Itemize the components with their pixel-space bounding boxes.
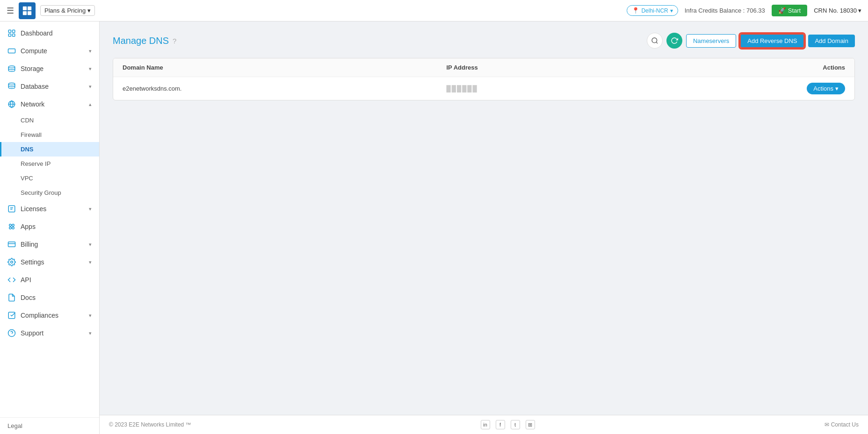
database-arrow: ▾ <box>89 84 92 90</box>
start-label: Start <box>788 7 801 14</box>
sidebar-subitem-dns[interactable]: DNS <box>0 142 99 157</box>
actions-arrow: ▾ <box>835 85 839 92</box>
plans-pricing-arrow: ▾ <box>87 7 91 14</box>
sidebar-footer-legal[interactable]: Legal <box>0 417 99 434</box>
network-arrow: ▴ <box>89 101 92 107</box>
svg-rect-22 <box>8 242 15 247</box>
crn-label: CRN No. 18030 <box>814 7 857 14</box>
sidebar-item-database-label: Database <box>21 83 49 90</box>
sidebar-item-compliances[interactable]: Compliances ▾ <box>0 306 99 324</box>
topbar-right: 📍 Delhi-NCR ▾ Infra Credits Balance : 70… <box>627 5 861 16</box>
topbar: ☰ Plans & Pricing ▾ 📍 Delhi-NCR ▾ Infra … <box>0 0 868 21</box>
main-layout: Dashboard Compute ▾ Storage ▾ Database ▾ <box>0 21 868 434</box>
sidebar-subitem-security-group[interactable]: Security Group <box>0 185 99 200</box>
svg-rect-4 <box>8 30 11 32</box>
search-button[interactable] <box>647 33 663 49</box>
sidebar-item-apps-label: Apps <box>21 223 36 230</box>
compute-arrow: ▾ <box>89 48 92 54</box>
infra-credits: Infra Credits Balance : 706.33 <box>685 7 765 14</box>
nameservers-button[interactable]: Nameservers <box>686 34 736 48</box>
sidebar-item-billing[interactable]: Billing ▾ <box>0 235 99 253</box>
row-ip: ██████ <box>447 85 771 92</box>
footer-social: in f t ⊞ <box>481 420 535 429</box>
sidebar-item-settings-label: Settings <box>21 258 44 266</box>
page-title-text: Manage DNS <box>113 36 169 46</box>
sidebar-item-docs[interactable]: Docs <box>0 289 99 306</box>
header-actions: Nameservers Add Reverse DNS Add Domain <box>647 33 855 49</box>
region-arrow: ▾ <box>670 7 673 14</box>
svg-rect-2 <box>23 11 27 14</box>
support-arrow: ▾ <box>89 330 92 336</box>
svg-point-28 <box>652 38 657 43</box>
sidebar-item-docs-label: Docs <box>21 294 36 301</box>
sidebar-item-apps[interactable]: Apps <box>0 218 99 235</box>
billing-arrow: ▾ <box>89 242 92 248</box>
sidebar-subitem-cdn[interactable]: CDN <box>0 113 99 128</box>
compliances-arrow: ▾ <box>89 313 92 319</box>
svg-rect-5 <box>13 30 15 32</box>
sidebar-item-storage-label: Storage <box>21 65 43 72</box>
refresh-button[interactable] <box>666 33 682 49</box>
region-dropdown[interactable]: 📍 Delhi-NCR ▾ <box>627 5 678 16</box>
sidebar-nav: Dashboard Compute ▾ Storage ▾ Database ▾ <box>0 21 99 417</box>
svg-point-21 <box>12 227 14 229</box>
location-icon: 📍 <box>632 7 639 14</box>
svg-point-12 <box>8 66 15 68</box>
region-label: Delhi-NCR <box>641 7 668 14</box>
sidebar-item-storage[interactable]: Storage ▾ <box>0 60 99 78</box>
content-inner: Manage DNS ? Nameservers Add Reverse DNS… <box>100 21 868 415</box>
col-domain-header: Domain Name <box>123 64 447 71</box>
svg-rect-7 <box>13 34 15 36</box>
topbar-left: ☰ Plans & Pricing ▾ <box>7 2 95 19</box>
sidebar-item-settings[interactable]: Settings ▾ <box>0 253 99 271</box>
sidebar-item-dashboard[interactable]: Dashboard <box>0 24 99 42</box>
actions-dropdown-button[interactable]: Actions ▾ <box>807 83 845 94</box>
hamburger-icon[interactable]: ☰ <box>7 6 14 16</box>
plans-pricing-dropdown[interactable]: Plans & Pricing ▾ <box>40 5 95 16</box>
logo <box>19 2 36 19</box>
svg-rect-1 <box>28 6 31 10</box>
add-reverse-dns-button[interactable]: Add Reverse DNS <box>740 34 804 48</box>
footer-contact[interactable]: ✉ Contact Us <box>825 421 859 428</box>
sidebar-item-network-label: Network <box>21 100 44 108</box>
contact-icon: ✉ <box>825 421 829 428</box>
settings-arrow: ▾ <box>89 259 92 265</box>
sidebar-item-billing-label: Billing <box>21 241 38 248</box>
sidebar-item-dashboard-label: Dashboard <box>21 29 53 37</box>
linkedin-icon[interactable]: in <box>481 420 490 429</box>
licenses-arrow: ▾ <box>89 206 92 212</box>
svg-point-13 <box>8 83 15 85</box>
infra-label: Infra Credits Balance : <box>685 7 745 14</box>
infra-value: 706.33 <box>746 7 765 14</box>
content-area: Manage DNS ? Nameservers Add Reverse DNS… <box>100 21 868 434</box>
rss-icon[interactable]: ⊞ <box>526 420 535 429</box>
svg-rect-8 <box>8 49 15 53</box>
sidebar-item-api[interactable]: API <box>0 271 99 289</box>
svg-rect-0 <box>23 6 27 10</box>
sidebar-item-support[interactable]: Support ▾ <box>0 324 99 342</box>
twitter-icon[interactable]: t <box>511 420 520 429</box>
sidebar-item-network[interactable]: Network ▴ <box>0 95 99 113</box>
row-actions-cell: Actions ▾ <box>770 83 845 94</box>
svg-line-29 <box>656 42 658 43</box>
start-button[interactable]: 🚀 Start <box>772 5 807 16</box>
add-domain-button[interactable]: Add Domain <box>808 35 855 47</box>
sidebar-subitem-firewall[interactable]: Firewall <box>0 128 99 142</box>
crn-arrow: ▾ <box>858 7 861 14</box>
sidebar-item-support-label: Support <box>21 329 43 337</box>
sidebar-item-licenses[interactable]: Licenses ▾ <box>0 200 99 218</box>
sidebar-item-licenses-label: Licenses <box>21 205 46 213</box>
facebook-icon[interactable]: f <box>496 420 505 429</box>
row-domain: e2enetworksdns.com. <box>123 85 447 92</box>
sidebar-item-database[interactable]: Database ▾ <box>0 78 99 95</box>
sidebar-subitem-vpc[interactable]: VPC <box>0 171 99 185</box>
table-header: Domain Name IP Address Actions <box>113 58 854 77</box>
crn-dropdown[interactable]: CRN No. 18030 ▾ <box>814 7 861 14</box>
help-icon[interactable]: ? <box>173 37 176 45</box>
svg-rect-3 <box>28 11 31 14</box>
dns-table: Domain Name IP Address Actions e2enetwor… <box>113 58 855 100</box>
sidebar-subitem-reserve-ip[interactable]: Reserve IP <box>0 157 99 171</box>
storage-arrow: ▾ <box>89 66 92 72</box>
sidebar-item-compute[interactable]: Compute ▾ <box>0 42 99 60</box>
svg-rect-6 <box>8 34 11 36</box>
